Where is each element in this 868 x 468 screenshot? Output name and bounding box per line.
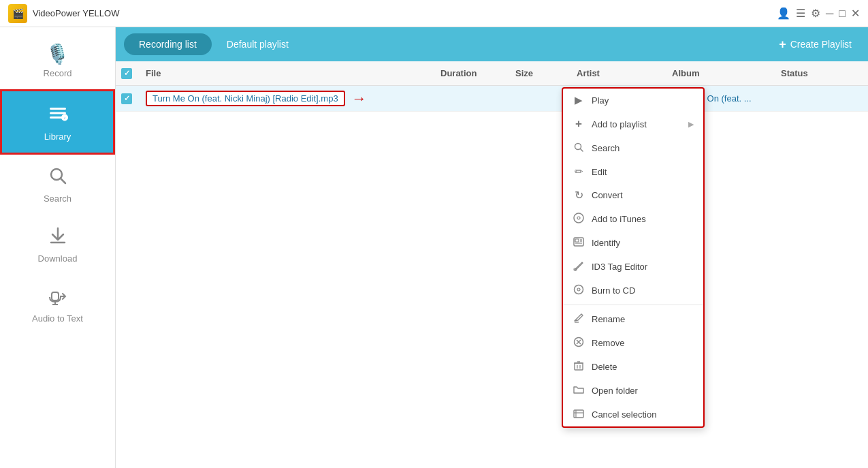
svg-rect-34 <box>574 410 583 418</box>
header-status: Status <box>781 68 863 78</box>
svg-line-6 <box>61 178 65 183</box>
svg-point-23 <box>575 285 583 294</box>
menu-item-id3-tag-editor[interactable]: ID3 Tag Editor <box>563 255 703 279</box>
sidebar-label-library: Library <box>44 131 71 142</box>
delete-icon <box>573 360 585 373</box>
table-row[interactable]: Turn Me On (feat. Nicki Minaj) [Radio Ed… <box>116 86 868 112</box>
tab-default-playlist[interactable]: Default playlist <box>212 33 304 55</box>
menu-label-play: Play <box>592 95 694 106</box>
sidebar-item-search[interactable]: Search <box>0 155 115 215</box>
search-icon <box>48 166 68 189</box>
menu-label-open-folder: Open folder <box>592 386 694 396</box>
menu-label-identify: Identify <box>592 238 694 248</box>
header-size: Size <box>515 68 577 78</box>
header-check <box>121 68 146 79</box>
app-logo: 🎬 <box>8 4 27 23</box>
svg-point-15 <box>574 213 583 223</box>
menu-item-rename[interactable]: Rename <box>563 307 703 331</box>
svg-rect-0 <box>50 108 66 110</box>
menu-label-remove: Remove <box>592 338 694 348</box>
context-menu: ▶ Play + Add to playlist ▶ Search <box>562 87 705 428</box>
audio-to-text-icon <box>48 285 68 309</box>
menu-item-convert[interactable]: ↻ Convert <box>563 183 703 207</box>
menu-label-edit: Edit <box>592 167 694 177</box>
menu-label-add-to-playlist: Add to playlist <box>592 119 681 129</box>
menu-item-edit[interactable]: ✏ Edit <box>563 160 703 183</box>
arrow-indicator: → <box>352 90 367 108</box>
context-search-icon <box>573 142 585 155</box>
menu-item-add-to-playlist[interactable]: + Add to playlist ▶ <box>563 112 703 136</box>
remove-icon <box>573 337 585 349</box>
row-check <box>121 93 146 104</box>
header-album: Album <box>672 68 781 78</box>
play-icon: ▶ <box>573 94 585 106</box>
convert-icon: ↻ <box>573 189 585 202</box>
file-name: Turn Me On (feat. Nicki Minaj) [Radio Ed… <box>146 91 345 106</box>
sidebar-label-record: Record <box>44 68 72 78</box>
title-bar: 🎬 VideoPower YELLOW 👤 ☰ ⚙ ─ □ ✕ <box>0 0 868 27</box>
menu-item-delete[interactable]: Delete <box>563 355 703 379</box>
menu-item-cancel-selection[interactable]: Cancel selection <box>563 403 703 426</box>
tab-bar: Recording list Default playlist + Create… <box>116 27 868 61</box>
table-header: File Duration Size Artist Album Status <box>116 61 868 86</box>
sidebar-label-search: Search <box>44 193 71 204</box>
menu-label-search: Search <box>592 143 694 153</box>
download-icon <box>48 225 68 249</box>
edit-icon: ✏ <box>573 166 585 178</box>
id3-tag-icon <box>573 260 585 273</box>
minimize-icon[interactable]: ─ <box>826 7 833 20</box>
cancel-selection-icon <box>573 408 585 421</box>
sidebar: 🎙️ Record ♪ Library <box>0 27 116 468</box>
header-duration: Duration <box>440 68 515 78</box>
library-icon: ♪ <box>47 102 69 127</box>
tab-recording-list[interactable]: Recording list <box>124 33 212 55</box>
menu-item-search[interactable]: Search <box>563 136 703 160</box>
create-playlist-button[interactable]: + Create Playlist <box>771 33 860 56</box>
list-icon[interactable]: ☰ <box>796 7 805 20</box>
account-icon[interactable]: 👤 <box>777 7 790 20</box>
svg-text:♪: ♪ <box>63 116 65 120</box>
add-to-playlist-icon: + <box>573 117 585 131</box>
itunes-icon <box>573 213 585 225</box>
menu-item-identify[interactable]: Identify <box>563 231 703 255</box>
sidebar-item-record[interactable]: 🎙️ Record <box>0 34 115 89</box>
table-area: File Duration Size Artist Album Status T… <box>116 61 868 468</box>
menu-label-burn-to-cd: Burn to CD <box>592 285 694 296</box>
header-artist: Artist <box>577 68 672 78</box>
menu-label-rename: Rename <box>592 314 694 324</box>
close-icon[interactable]: ✕ <box>851 7 860 20</box>
main-layout: 🎙️ Record ♪ Library <box>0 27 868 468</box>
svg-rect-29 <box>575 363 583 370</box>
sidebar-item-audio-to-text[interactable]: Audio to Text <box>0 275 115 334</box>
sidebar-item-download[interactable]: Download <box>0 215 115 275</box>
window-controls: 👤 ☰ ⚙ ─ □ ✕ <box>777 7 860 20</box>
submenu-arrow: ▶ <box>688 120 694 129</box>
rename-icon <box>573 313 585 326</box>
menu-item-remove[interactable]: Remove <box>563 331 703 355</box>
burn-to-cd-icon <box>573 284 585 297</box>
sidebar-item-library[interactable]: ♪ Library <box>0 89 115 155</box>
sidebar-label-audio-to-text: Audio to Text <box>32 313 83 324</box>
menu-divider-1 <box>563 305 703 305</box>
header-checkbox[interactable] <box>121 68 132 79</box>
menu-item-play[interactable]: ▶ Play <box>563 89 703 112</box>
identify-icon <box>573 236 585 249</box>
app-title: VideoPower YELLOW <box>33 8 777 18</box>
settings-icon[interactable]: ⚙ <box>811 7 820 20</box>
menu-label-convert: Convert <box>592 190 694 200</box>
menu-item-open-folder[interactable]: Open folder <box>563 379 703 403</box>
mic-icon: 🎙️ <box>46 45 69 64</box>
svg-rect-9 <box>52 292 59 300</box>
menu-label-id3-tag-editor: ID3 Tag Editor <box>592 262 694 272</box>
content-area: Recording list Default playlist + Create… <box>116 27 868 468</box>
row-checkbox[interactable] <box>121 93 132 104</box>
svg-line-14 <box>581 149 583 152</box>
menu-label-cancel-selection: Cancel selection <box>592 409 694 420</box>
menu-label-delete: Delete <box>592 362 694 372</box>
row-file: Turn Me On (feat. Nicki Minaj) [Radio Ed… <box>146 90 440 108</box>
svg-point-16 <box>577 217 580 219</box>
menu-item-add-to-itunes[interactable]: Add to iTunes <box>563 207 703 231</box>
menu-item-burn-to-cd[interactable]: Burn to CD <box>563 279 703 302</box>
plus-icon: + <box>779 37 786 52</box>
maximize-icon[interactable]: □ <box>839 7 846 20</box>
